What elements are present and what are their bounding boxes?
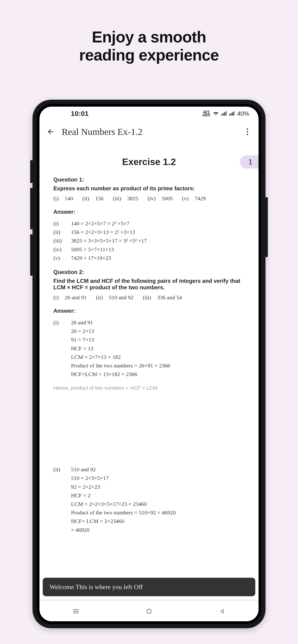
back-button[interactable]: [45, 126, 56, 137]
device-volume-down: [30, 234, 33, 276]
device-volume-up: [30, 188, 33, 230]
promo-heading: Enjoy a smooth reading experience: [0, 0, 298, 64]
signal-icon-2: [229, 110, 235, 117]
status-time: 10:01: [71, 110, 89, 118]
question-1-text: Express each number as product of its pr…: [53, 185, 245, 192]
svg-rect-6: [232, 112, 233, 116]
recents-icon: [73, 609, 79, 614]
answer-2-label: Answer:: [53, 308, 245, 314]
question-2-text: Find the LCM and HCF of the following pa…: [53, 278, 245, 291]
svg-rect-14: [147, 609, 151, 613]
question-1-options: (i)140 (ii)156 (iii)3825 (iv)5005 (v)742…: [53, 196, 245, 202]
screen: 10:01 421 KB/S 40%: [40, 107, 258, 621]
reader-content[interactable]: Exercise 1.2 Question 1: Express each nu…: [40, 143, 258, 621]
svg-rect-4: [229, 114, 230, 116]
svg-point-8: [247, 128, 248, 130]
promo-line1: Enjoy a smooth: [0, 28, 298, 46]
signal-icon: [221, 110, 227, 117]
exercise-title: Exercise 1.2: [53, 157, 245, 167]
arrow-left-icon: [47, 128, 55, 136]
page-title: Real Numbers Ex-1.2: [62, 126, 236, 137]
triangle-left-icon: [219, 608, 225, 614]
svg-rect-3: [226, 111, 226, 116]
home-icon: [146, 608, 152, 614]
svg-point-10: [247, 134, 248, 135]
answer-2ii-lines: (ii)510 and 92 510 = 2×3×5×17 92 = 2×2×2…: [53, 465, 245, 534]
recents-button[interactable]: [69, 607, 83, 616]
battery-text: 40%: [237, 110, 249, 117]
svg-rect-7: [233, 111, 234, 116]
more-menu-button[interactable]: [242, 126, 253, 137]
answer-1-label: Answer:: [53, 209, 245, 215]
app-bar: Real Numbers Ex-1.2: [40, 120, 258, 143]
home-button[interactable]: [142, 607, 156, 616]
device-side-button: [30, 160, 33, 183]
snackbar-toast[interactable]: Welcome This is where you left Off: [43, 578, 255, 596]
device-power-button: [265, 197, 268, 257]
status-bar: 10:01 421 KB/S 40%: [40, 107, 258, 120]
answer-1-lines: (i)140 = 2×2×5×7 = 2² ×5×7 (ii)156 = 2×2…: [53, 219, 245, 262]
snackbar-text: Welcome This is where you left Off: [50, 583, 143, 590]
svg-rect-0: [221, 114, 222, 116]
svg-rect-2: [224, 112, 225, 116]
svg-rect-1: [223, 113, 224, 116]
status-right: 421 KB/S 40%: [203, 110, 249, 117]
system-nav-bar: [40, 601, 258, 621]
hence-note: Hence, product of two numbers = HCF × LC…: [53, 385, 245, 391]
answer-2i-lines: (i)26 and 91 26 = 2×13 91 = 7×13 HCF = 1…: [53, 318, 245, 378]
wifi-icon: [213, 110, 219, 117]
promo-line2: reading experience: [0, 46, 298, 64]
question-2-label: Question 2:: [53, 269, 245, 276]
svg-rect-5: [231, 113, 232, 116]
device-frame: 10:01 421 KB/S 40%: [33, 100, 265, 628]
question-1-label: Question 1:: [53, 176, 245, 183]
back-nav-button[interactable]: [215, 607, 229, 616]
question-2-options: (i)26 and 91 (ii)510 and 92 (iii)336 and…: [53, 294, 245, 301]
network-speed: 421 KB/S: [203, 110, 210, 116]
svg-point-9: [247, 131, 248, 132]
more-vert-icon: [246, 128, 248, 135]
